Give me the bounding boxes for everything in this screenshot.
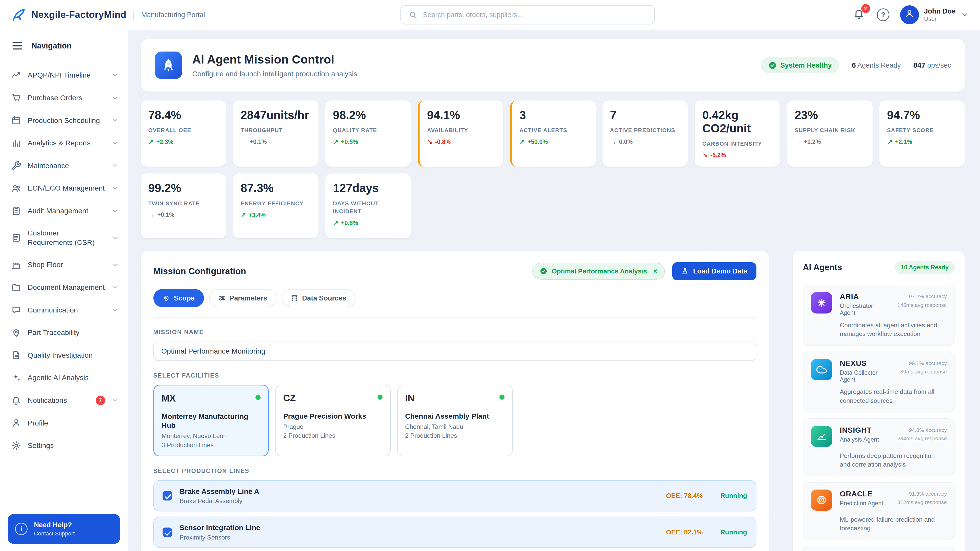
- user-menu[interactable]: John Doe User: [900, 5, 969, 24]
- kpi-trend-value: +0.8%: [341, 220, 358, 227]
- sidebar-item[interactable]: Document Management: [0, 276, 127, 299]
- kpi-card: 127days DAYS WITHOUT INCIDENT ↗ +0.8%: [325, 173, 411, 238]
- ops-stat: 847 ops/sec: [913, 61, 951, 69]
- sidebar-item[interactable]: APQP/NPI Timeline: [0, 64, 127, 87]
- trend-icon: ↗: [333, 138, 339, 146]
- kpi-trend-value: +0.1%: [158, 211, 175, 218]
- global-search[interactable]: [401, 5, 655, 24]
- agent-description: ML-powered failure prediction and foreca…: [840, 515, 947, 533]
- help-subtitle: Contact Support: [34, 530, 75, 537]
- sidebar-item[interactable]: Purchase Orders: [0, 86, 127, 109]
- cloud-icon: [811, 359, 832, 380]
- tab[interactable]: Data Sources: [282, 289, 355, 307]
- agent-name: NEXUS: [840, 359, 893, 368]
- line-checkbox[interactable]: [162, 491, 172, 500]
- kpi-value: 99.2%: [148, 182, 219, 195]
- gear-icon: [11, 441, 21, 451]
- database-icon: [291, 294, 298, 302]
- mission-name-input[interactable]: [153, 341, 756, 361]
- close-icon[interactable]: ×: [653, 267, 657, 275]
- sidebar-item[interactable]: Maintenance: [0, 154, 127, 177]
- menu-toggle[interactable]: [11, 41, 23, 51]
- load-demo-button[interactable]: Load Demo Data: [672, 262, 756, 280]
- agent-name: INSIGHT: [840, 426, 890, 434]
- sidebar-item[interactable]: Analytics & Reports: [0, 132, 127, 154]
- sidebar-item[interactable]: Audit Management: [0, 200, 127, 222]
- sidebar-item[interactable]: Part Traceability: [0, 321, 127, 344]
- flask-icon: [681, 267, 689, 275]
- contact-support-card[interactable]: i Need Help? Contact Support: [8, 514, 120, 544]
- sidebar-item[interactable]: Notifications 7: [0, 389, 127, 412]
- sliders-icon: [218, 294, 226, 302]
- workspace: Mission Configuration Optimal Performanc…: [141, 251, 965, 551]
- top-bar-actions: 2 ? John Doe User: [843, 5, 969, 24]
- line-checkbox[interactable]: [162, 527, 172, 537]
- facility-list: MX Monterrey Manufacturing Hub Monterrey…: [153, 385, 756, 456]
- rocket-icon: [155, 52, 182, 79]
- kpi-card: 99.2% TWIN SYNC RATE → +0.1%: [141, 173, 226, 238]
- tab[interactable]: Scope: [153, 289, 204, 307]
- mission-config-title: Mission Configuration: [153, 266, 246, 276]
- kpi-card: 94.7% SAFETY SCORE ↗ +2.1%: [880, 100, 965, 167]
- agent-card[interactable]: ARIA Orchestrator Agent 97.2% accuracy 1…: [803, 285, 955, 346]
- kpi-trend-value: +0.5%: [341, 138, 358, 145]
- facility-card[interactable]: CZ Prague Precision Works Prague 2 Produ…: [275, 385, 391, 456]
- sidebar-item[interactable]: Profile: [0, 412, 127, 434]
- cart-icon: [11, 93, 21, 103]
- facility-card[interactable]: IN Chennai Assembly Plant Chennai, Tamil…: [397, 385, 513, 456]
- chevron-down-icon: [111, 162, 119, 169]
- production-line-row[interactable]: Sensor Integration Line Proximity Sensor…: [153, 516, 756, 548]
- chevron-down-icon: [111, 397, 119, 404]
- facility-card[interactable]: MX Monterrey Manufacturing Hub Monterrey…: [153, 385, 269, 456]
- line-status: Running: [720, 492, 747, 499]
- doc-icon: [11, 233, 21, 243]
- main-content: AI Agent Mission Control Configure and l…: [128, 30, 980, 551]
- agent-accuracy: 97.2% accuracy: [897, 292, 947, 300]
- kpi-label: ENERGY EFFICIENCY: [241, 200, 311, 207]
- search-input[interactable]: [423, 11, 647, 19]
- kpi-label: THROUGHPUT: [241, 126, 311, 134]
- chevron-down-icon: [111, 94, 119, 102]
- kpi-value: 78.4%: [148, 109, 219, 122]
- agent-card[interactable]: ORACLE Prediction Agent 91.3% accuracy 3…: [803, 482, 955, 540]
- agent-card[interactable]: SAGE Recommendation Agent 89.7% accuracy…: [803, 546, 955, 551]
- chevron-down-icon[interactable]: [961, 11, 969, 19]
- agent-role: Prediction Agent: [840, 500, 890, 507]
- production-line-row[interactable]: Brake Assembly Line A Brake Pedal Assemb…: [153, 480, 756, 511]
- status-dot: [500, 395, 504, 400]
- tab[interactable]: Parameters: [209, 289, 277, 307]
- kpi-card: 87.3% ENERGY EFFICIENCY ↗ +3.4%: [233, 173, 318, 238]
- page-subtitle: Configure and launch intelligent product…: [192, 70, 357, 78]
- chevron-down-icon: [111, 306, 119, 314]
- template-chip[interactable]: Optimal Performance Analysis ×: [532, 263, 665, 279]
- kpi-value: 94.1%: [427, 109, 496, 122]
- notifications-button[interactable]: 2: [851, 7, 866, 22]
- sidebar-item[interactable]: Communication: [0, 299, 127, 321]
- sidebar-item[interactable]: Agentic AI Analysis: [0, 366, 127, 389]
- sidebar-item[interactable]: Production Scheduling: [0, 109, 127, 132]
- sidebar-item[interactable]: Shop Floor: [0, 254, 127, 276]
- facility-lines: 2 Production Lines: [405, 432, 504, 439]
- page-title: AI Agent Mission Control: [192, 52, 357, 66]
- sidebar-item[interactable]: Quality Investigation: [0, 344, 127, 367]
- kpi-card: 0.42kg CO2/unit CARBON INTENSITY ↘ -5.2%: [695, 100, 780, 167]
- kpi-label: CARBON INTENSITY: [702, 140, 773, 148]
- sidebar-item[interactable]: Customer Requirements (CSR): [0, 222, 127, 254]
- agent-card[interactable]: INSIGHT Analysis Agent 94.8% accuracy 23…: [803, 418, 955, 476]
- sidebar-item-label: APQP/NPI Timeline: [27, 70, 105, 80]
- agent-card[interactable]: NEXUS Data Collector Agent 99.1% accurac…: [803, 351, 955, 413]
- wrench-icon: [11, 161, 21, 171]
- sidebar-item[interactable]: Settings: [0, 434, 127, 457]
- chevron-down-icon: [111, 117, 119, 124]
- help-button[interactable]: ?: [877, 8, 889, 21]
- kpi-trend-value: +3.4%: [248, 212, 266, 219]
- facility-code: CZ: [283, 393, 296, 403]
- line-description: Brake Pedal Assembly: [180, 497, 659, 505]
- tab-label: Parameters: [229, 294, 267, 302]
- sparkles-icon: [11, 373, 21, 383]
- pin-icon: [11, 327, 21, 338]
- sidebar-item[interactable]: ECN/ECO Management: [0, 177, 127, 200]
- kpi-trend-value: +2.3%: [156, 138, 173, 145]
- agent-response-time: 145ms avg response: [897, 301, 947, 309]
- chart-up-icon: [811, 426, 832, 447]
